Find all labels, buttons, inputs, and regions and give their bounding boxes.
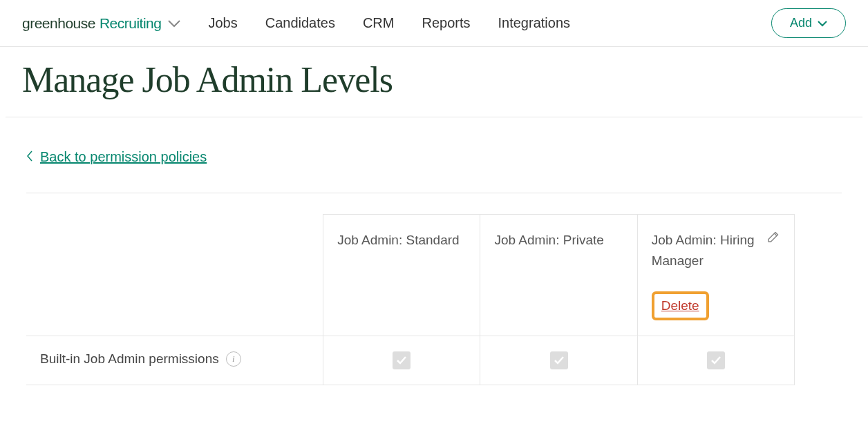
back-link-label: Back to permission policies (40, 149, 207, 165)
col-title-standard: Job Admin: Standard (337, 230, 466, 251)
pencil-icon[interactable] (766, 230, 780, 247)
checkbox-checked-disabled (707, 351, 725, 369)
back-to-policies-link[interactable]: Back to permission policies (26, 149, 207, 165)
col-header-standard: Job Admin: Standard (323, 215, 480, 336)
brand-part1: greenhouse (22, 15, 95, 32)
nav-reports[interactable]: Reports (422, 15, 470, 31)
row-label-builtin: Built-in Job Admin permissions (40, 351, 219, 367)
checkbox-checked-disabled (550, 351, 568, 369)
col-header-hiring-manager: Job Admin: Hiring Manager Delete (637, 215, 794, 336)
info-icon[interactable]: i (226, 351, 241, 367)
col-title-private: Job Admin: Private (494, 230, 623, 251)
add-button[interactable]: Add (771, 8, 846, 38)
admin-levels-table: Job Admin: Standard Job Admin: Private (26, 214, 795, 385)
nav-candidates[interactable]: Candidates (265, 15, 335, 31)
nav-crm[interactable]: CRM (363, 15, 395, 31)
add-button-label: Add (790, 16, 812, 30)
col-title-hiring-manager: Job Admin: Hiring Manager (652, 230, 780, 272)
delete-highlight: Delete (652, 291, 709, 320)
table-header-empty (26, 215, 323, 336)
chevron-down-icon (818, 16, 827, 30)
delete-link[interactable]: Delete (661, 298, 699, 313)
chevron-down-icon[interactable] (168, 15, 180, 32)
page-title: Manage Job Admin Levels (22, 59, 846, 100)
brand-logo[interactable]: greenhouse Recruiting (22, 15, 180, 32)
col-header-private: Job Admin: Private (480, 215, 637, 336)
table-row: Built-in Job Admin permissions i (26, 336, 795, 385)
nav-integrations[interactable]: Integrations (498, 15, 571, 31)
chevron-left-icon (26, 151, 33, 164)
brand-part2: Recruiting (100, 15, 162, 32)
nav-jobs[interactable]: Jobs (208, 15, 237, 31)
checkbox-checked-disabled (393, 351, 411, 369)
